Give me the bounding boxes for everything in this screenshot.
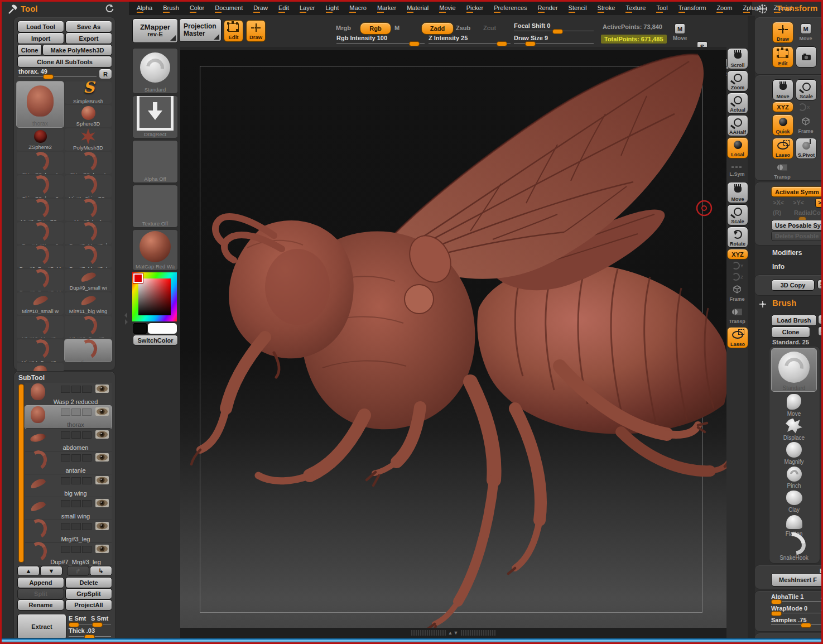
extract-button[interactable]: Extract [17, 614, 66, 640]
3d-copy-button[interactable]: 3D Copy [771, 280, 815, 291]
dock-transp-button[interactable]: Transp [727, 305, 747, 325]
snapshot-button[interactable] [796, 46, 817, 68]
subtool-item[interactable]: small wing [25, 497, 112, 520]
subtool-flag-boxes[interactable] [61, 546, 92, 553]
tool-thumb[interactable]: Dup#7_Mrg#3_l [65, 246, 112, 268]
dock-rotate-button[interactable]: Rotate [727, 227, 748, 248]
menu-item[interactable]: Marker [377, 4, 396, 13]
subtool-item[interactable]: big wing [25, 474, 112, 497]
splitter-arrows-icon[interactable]: ▲▼ [448, 630, 459, 636]
brush-thumb[interactable]: Displace [777, 417, 811, 441]
menu-item[interactable]: Tool [656, 4, 667, 13]
transform-move-button[interactable]: MMove [796, 22, 816, 42]
wrapmode-slider-handle[interactable] [771, 611, 782, 616]
menu-item[interactable]: Stroke [598, 4, 615, 13]
alphatile-slider-handle[interactable] [771, 599, 782, 604]
menu-item[interactable]: Edit [278, 4, 289, 13]
brush-thumb[interactable]: Move [777, 393, 811, 417]
menu-item[interactable]: Macro [349, 4, 367, 13]
transform-scale-button[interactable]: Scale [796, 79, 817, 100]
subtool-flag-boxes[interactable] [61, 386, 92, 393]
projection-master-button[interactable]: Projection Master [179, 18, 222, 42]
quick-button[interactable]: Quick [772, 114, 793, 136]
saturation-square[interactable] [138, 278, 171, 315]
tool-thumb[interactable]: SimpleBrush [65, 81, 112, 104]
alpha-tile[interactable]: Alpha Off [132, 140, 178, 183]
dock-xyz-button[interactable]: XYZ [727, 249, 748, 259]
modifiers-label[interactable]: Modifiers [772, 249, 802, 257]
activate-symmetry-button[interactable]: Activate Symm [771, 186, 823, 197]
panel-collapse-right-icon[interactable] [125, 319, 131, 325]
tool-thumb[interactable]: ZSphere2 [17, 128, 64, 151]
tool-thumb[interactable]: Skin_ZSphere3 [17, 175, 64, 198]
use-posable-symmetry-button[interactable]: Use Posable Sy [771, 220, 823, 230]
tool-thumb[interactable]: Dup#5_Mrg#3_l [65, 222, 112, 244]
brush-thumb[interactable]: Magnify [777, 441, 811, 465]
zcut-toggle[interactable]: Zcut [483, 25, 496, 31]
dock-scale-button[interactable]: Scale [727, 204, 748, 225]
draw-size-slider-handle[interactable] [525, 41, 536, 46]
z-intensity-slider-handle[interactable] [497, 41, 507, 46]
switchcolor-button[interactable]: SwitchColor [133, 335, 178, 345]
rotate-y-icon[interactable]: Y [732, 262, 743, 270]
bottom-tray-bar[interactable] [0, 638, 823, 643]
clipped-save-brush-button[interactable]: S. [818, 315, 823, 324]
symmetry-z-toggle[interactable]: > [815, 198, 823, 208]
subtool-item[interactable]: antanie [25, 451, 112, 474]
dock-local-button[interactable]: Local [727, 137, 748, 158]
current-brush-tile[interactable]: Standard [132, 48, 178, 94]
dock-scroll-button[interactable]: Scroll [727, 48, 748, 69]
export-button[interactable]: Export [65, 32, 112, 44]
menu-item[interactable]: Document [215, 4, 243, 13]
refresh-icon[interactable] [105, 4, 114, 16]
menu-item[interactable]: Picker [466, 4, 484, 13]
zmapper-button[interactable]: ZMapper rev-E [132, 18, 178, 43]
import-button[interactable]: Import [17, 32, 64, 44]
projectall-button[interactable]: ProjectAll [65, 599, 112, 611]
tool-thumb[interactable]: Dup#4_Wasp 6 [17, 222, 64, 244]
menu-item[interactable]: Render [538, 4, 558, 13]
menu-item[interactable]: Stencil [569, 4, 587, 13]
eye-visibility-icon[interactable] [95, 545, 109, 555]
clipped-button[interactable]: S. [818, 326, 823, 336]
append-button[interactable]: Append [17, 577, 64, 588]
eye-visibility-icon[interactable] [95, 407, 109, 418]
tool-thumb[interactable]: PolyMesh3D [65, 128, 112, 151]
tool-thumb[interactable]: Mir#1_Skin_ZSp [65, 175, 112, 198]
current-tool-slider-handle[interactable] [43, 74, 54, 79]
delete-posable-button[interactable]: Delete Posable [771, 231, 823, 241]
tool-thumb[interactable]: Mrg#3_leg1 [65, 199, 112, 221]
brush-thumb[interactable]: Clay [777, 489, 811, 513]
load-tool-button[interactable]: Load Tool [17, 21, 64, 32]
subtool-item[interactable]: Wasp 2 reduced [25, 383, 112, 406]
rgb-toggle[interactable]: Rgb [360, 22, 391, 35]
subtool-item[interactable]: abdomen [25, 429, 112, 451]
transform-draw-button[interactable]: Draw [772, 22, 793, 43]
canvas-splitter[interactable]: ▲▼ [180, 628, 726, 638]
eye-visibility-icon[interactable] [95, 476, 109, 487]
current-tool-slider-track[interactable] [18, 76, 97, 77]
menu-item[interactable]: Brush [163, 4, 179, 13]
menu-item[interactable]: Movie [439, 4, 455, 13]
clipped-rotate-button[interactable]: R [821, 84, 823, 93]
draw-mode-button[interactable]: Draw [246, 20, 266, 42]
subtool-flag-boxes[interactable] [61, 523, 92, 530]
restore-button[interactable]: R [99, 69, 112, 79]
dock-actual-button[interactable]: Actual [727, 93, 748, 114]
delete-button[interactable]: Delete [65, 577, 112, 588]
clipped-button[interactable]: S [817, 280, 823, 289]
main-color-swatch[interactable] [147, 323, 177, 334]
tool-thumb[interactable]: Sphere3D [65, 105, 112, 127]
subtool-movein-button[interactable]: ↱ [67, 566, 89, 576]
transform-lasso-button[interactable]: Lasso [772, 138, 793, 159]
material-tile[interactable]: MatCap Red Wa [132, 229, 178, 271]
e-smt-slider-handle[interactable] [69, 622, 79, 627]
tool-thumb[interactable]: Dup#6_Dup#5_M [17, 246, 64, 268]
tool-thumb[interactable]: Skin_ZSphere1 [17, 152, 64, 174]
menu-item[interactable]: Texture [625, 4, 646, 13]
menu-item[interactable]: Color [190, 4, 204, 13]
grpsplit-button[interactable]: GrpSplit [65, 588, 112, 599]
clone-button[interactable]: Clone [17, 44, 42, 56]
save-as-button[interactable]: Save As [65, 21, 112, 32]
transform-transp-button[interactable]: Transp [772, 160, 792, 180]
